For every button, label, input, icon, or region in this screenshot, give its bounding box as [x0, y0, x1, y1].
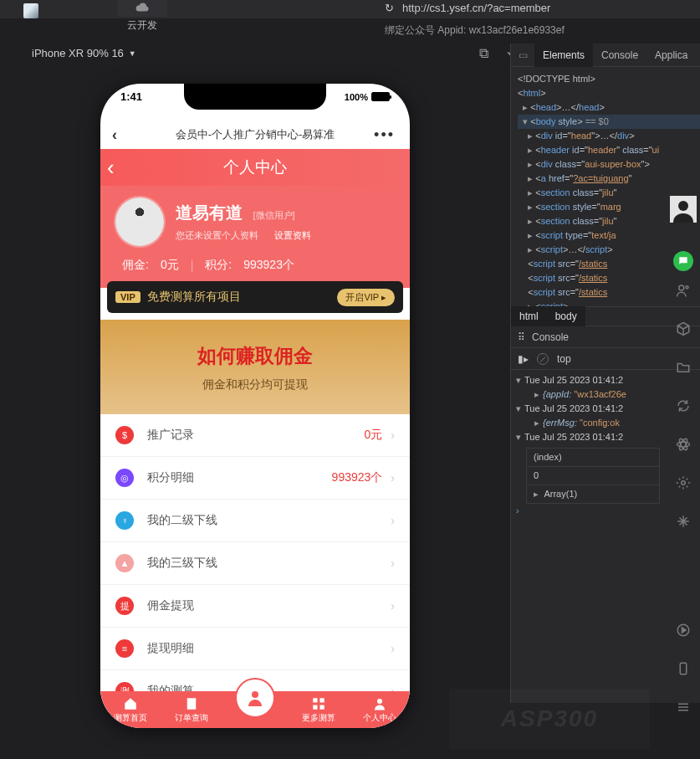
svg-point-4	[677, 442, 690, 447]
dom-node[interactable]: ▾ <body style> == $0	[518, 115, 700, 129]
svg-point-15	[377, 699, 382, 704]
rail-refresh-icon[interactable]	[676, 398, 691, 417]
cloud-dev-label[interactable]: 云开发	[117, 18, 167, 33]
menu-item-icon: ◎	[115, 469, 134, 487]
url-bar[interactable]: ↻ http://cs1.ysef.cn/?ac=member	[385, 2, 550, 14]
user-name: 道易有道	[176, 203, 243, 222]
menu-item-label: 积分明细	[147, 470, 332, 485]
tab-console[interactable]: Console	[593, 44, 646, 67]
svg-point-2	[679, 285, 684, 290]
rail-chat-icon[interactable]	[673, 251, 693, 271]
cloud-dev-icon[interactable]	[117, 0, 167, 17]
tab-orders[interactable]: 订单查询	[175, 696, 208, 724]
console-context[interactable]: top	[557, 353, 571, 365]
chevron-right-icon: ›	[391, 599, 395, 613]
element-picker-icon[interactable]: ▭	[511, 49, 534, 61]
menu-item-label: 我的三级下线	[147, 556, 382, 571]
menu-list: $ 推广记录 0元 ›◎ 积分明细 993923个 ›♀ 我的二级下线 ›▲ 我…	[100, 414, 410, 713]
rail-device-icon[interactable]	[676, 661, 691, 680]
console-sidebar-icon[interactable]: ▮▸	[518, 353, 529, 365]
dom-node[interactable]: ▸ <a href="?ac=tuiguang"	[518, 172, 700, 186]
rail-gear-icon[interactable]	[676, 475, 691, 494]
dom-node[interactable]: <html>	[518, 86, 700, 100]
caret-down-icon: ▼	[129, 49, 136, 58]
tab-more[interactable]: 更多测算	[302, 696, 335, 724]
copy-icon[interactable]: ⧉	[477, 47, 490, 60]
tab-profile[interactable]: 个人中心	[363, 696, 396, 724]
menu-item-value: 993923个	[332, 470, 383, 485]
reload-icon[interactable]: ↻	[385, 2, 394, 14]
device-selector[interactable]: iPhone XR 90% 16▼	[32, 47, 136, 59]
rail-folder-icon[interactable]	[676, 360, 691, 378]
dom-node[interactable]: ▸ <script>…</script>	[518, 243, 700, 257]
dom-node[interactable]: ▸ <head>…</head>	[518, 100, 700, 115]
user-avatar[interactable]	[115, 197, 164, 246]
rail-user-avatar[interactable]	[670, 196, 697, 223]
url-text: http://cs1.ysef.cn/?ac=member	[402, 2, 550, 14]
menu-item-icon: ≡	[115, 639, 134, 658]
vip-banner[interactable]: VIP 免费测算所有项目 开启VIP ▸	[107, 281, 403, 313]
appid-label: 绑定公众号 Appid: wx13acf26e1e6933ef	[385, 23, 565, 38]
project-avatar[interactable]	[20, 0, 58, 32]
simulator-phone: 1:41 100% ‹ 会员中-个人推广分销中心-易算准 ••• ‹ 个人中心 …	[100, 84, 410, 728]
profile-card: 道易有道 [微信用户] 您还未设置个人资料 设置资料 佣金: 0元 | 积分: …	[100, 186, 410, 288]
svg-rect-11	[314, 698, 318, 702]
console-drawer-label: Console	[532, 331, 569, 343]
tab-center[interactable]	[235, 678, 275, 718]
menu-item-icon: 提	[115, 597, 134, 615]
user-tag: [微信用户]	[253, 210, 294, 220]
battery-icon	[371, 92, 390, 101]
rail-menu-icon[interactable]	[676, 700, 691, 718]
svg-rect-12	[320, 698, 324, 702]
rail-contacts-icon[interactable]	[676, 283, 691, 301]
vip-open-button[interactable]: 开启VIP ▸	[337, 289, 395, 306]
chevron-right-icon: ›	[391, 514, 395, 527]
menu-item-value: 0元	[365, 428, 383, 443]
earn-banner[interactable]: 如何赚取佣金 佣金和积分均可提现	[100, 320, 410, 414]
menu-item[interactable]: ▲ 我的三级下线 ›	[100, 542, 410, 585]
menu-item[interactable]: 提 佣金提现 ›	[100, 585, 410, 628]
app-back-icon[interactable]: ‹	[107, 156, 115, 178]
status-time: 1:41	[120, 90, 142, 103]
rail-spark-icon[interactable]	[676, 514, 691, 532]
ide-top-bar	[0, 0, 700, 18]
rail-cube-icon[interactable]	[676, 321, 691, 340]
rail-music-icon[interactable]	[676, 623, 691, 641]
clear-console-icon[interactable]	[537, 353, 549, 365]
dom-node[interactable]: ▸ <div id="head">…</div>	[518, 129, 700, 143]
dom-node[interactable]: ▸ <header id="header" class="ui	[518, 143, 700, 157]
tab-home[interactable]: 测算首页	[114, 696, 147, 724]
vip-badge: VIP	[115, 291, 141, 303]
menu-item-label: 提现明细	[147, 641, 382, 656]
svg-point-7	[682, 481, 686, 485]
chevron-right-icon: ›	[391, 428, 395, 442]
tab-application[interactable]: Applica	[646, 44, 696, 67]
svg-rect-13	[314, 705, 318, 709]
app-header: ‹ 个人中心	[100, 149, 410, 186]
profile-notset: 您还未设置个人资料	[176, 230, 258, 240]
menu-item[interactable]: ♀ 我的二级下线 ›	[100, 500, 410, 542]
svg-rect-14	[320, 705, 324, 709]
console-drawer-toggle[interactable]: ⠿	[518, 331, 525, 343]
profile-set-link[interactable]: 设置资料	[274, 230, 311, 240]
svg-point-3	[686, 286, 688, 289]
chevron-right-icon: ›	[391, 556, 395, 570]
earn-title: 如何赚取佣金	[100, 343, 410, 369]
rail-atom-icon[interactable]	[676, 437, 691, 455]
dom-node[interactable]: ▸ <div class="aui-super-box">	[518, 157, 700, 172]
tab-elements[interactable]: Elements	[534, 44, 593, 67]
svg-point-10	[252, 691, 258, 698]
bottom-tabbar: 测算首页 订单查询 更多测算 个人中心	[100, 691, 410, 728]
points-value: 993923个	[243, 258, 294, 273]
app-viewport: ‹ 个人中心 道易有道 [微信用户] 您还未设置个人资料 设置资料 佣金: 0元…	[100, 149, 410, 728]
menu-item[interactable]: ◎ 积分明细 993923个 ›	[100, 457, 410, 500]
dom-tree[interactable]: <!DOCTYPE html><html> ▸ <head>…</head> ▾…	[511, 67, 700, 306]
mini-menu-icon[interactable]: •••	[374, 126, 395, 144]
dom-node[interactable]: ▸ <script type="text/ja	[518, 228, 700, 243]
menu-item[interactable]: ≡ 提现明细 ›	[100, 628, 410, 670]
svg-rect-9	[680, 663, 687, 674]
menu-item[interactable]: $ 推广记录 0元 ›	[100, 414, 410, 457]
mini-back-icon[interactable]: ‹	[112, 126, 117, 144]
miniprogram-header: ‹ 会员中-个人推广分销中心-易算准 •••	[100, 121, 410, 149]
dom-node[interactable]: <!DOCTYPE html>	[518, 72, 700, 86]
